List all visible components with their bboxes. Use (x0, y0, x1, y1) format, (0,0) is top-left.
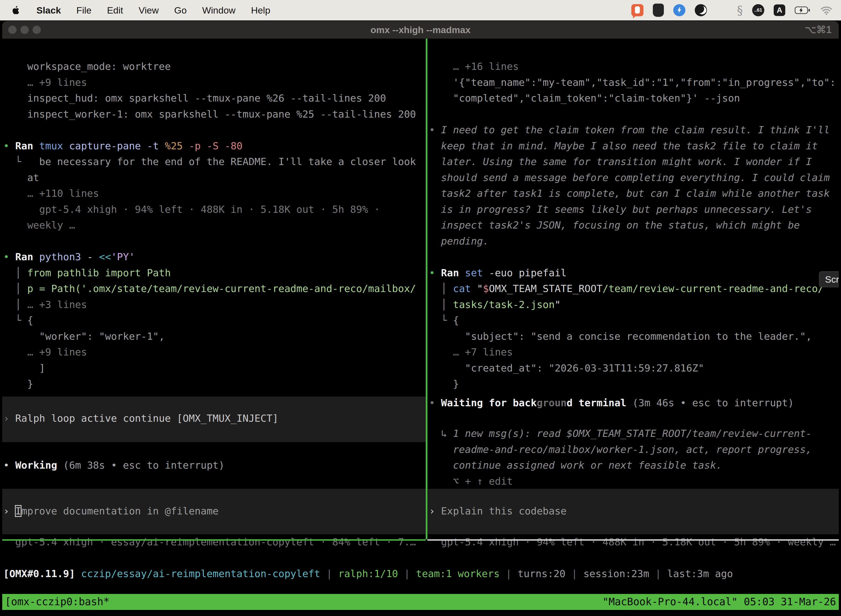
tmux-host-clock: "MacBook-Pro-44.local" 05:03 31-Mar-26 (603, 594, 836, 610)
dots-grid-icon[interactable] (716, 5, 728, 16)
menu-go[interactable]: Go (174, 5, 186, 16)
crescent-icon[interactable] (695, 4, 707, 16)
battery-charging-icon[interactable] (795, 6, 811, 14)
circle-61-icon[interactable]: ..61 (752, 4, 764, 16)
window-title: omx --xhigh --madmax (2, 21, 839, 39)
right-message-block: ↳ 1 new msg(s): read $OMX_TEAM_STATE_ROO… (429, 425, 812, 489)
terminal-window: omx --xhigh --madmax ⌥⌘1 workspace_mode:… (2, 21, 839, 615)
window-shortcut-badge: ⌥⌘1 (804, 21, 832, 39)
right-waiting-status: • Waiting for background terminal (3m 46… (429, 395, 794, 411)
letter-a-icon[interactable]: A (774, 4, 785, 16)
left-pane-output[interactable]: workspace_mode: worktree … +9 lines insp… (3, 59, 416, 392)
chat-icon[interactable] (631, 4, 643, 16)
left-model-status: gpt-5.4 xhigh · essay/ai-reimplementatio… (3, 534, 416, 550)
right-prompt-input[interactable]: › Explain this codebase (429, 503, 567, 519)
right-model-status: gpt-5.4 xhigh · 94% left · 488K in · 5.1… (429, 534, 836, 550)
menu-edit[interactable]: Edit (107, 5, 123, 16)
wifi-icon[interactable] (820, 5, 833, 15)
left-inject-text: › Ralph loop active continue [OMX_TMUX_I… (3, 411, 278, 427)
right-pane-output[interactable]: … +16 lines '{"team_name":"my-team","tas… (429, 59, 836, 392)
shield-grid-icon[interactable] (653, 4, 664, 17)
pane-divider[interactable] (426, 39, 428, 539)
tmux-session-label: [omx-cczip0:bash* (5, 594, 110, 610)
blue-bolt-badge-icon[interactable] (673, 4, 686, 16)
left-prompt-input[interactable]: › Improve documentation in @filename (3, 503, 218, 519)
menubar: Slack File Edit View Go Window Help § ..… (0, 0, 841, 21)
screen-tooltip-button[interactable]: Scre (819, 271, 839, 287)
squiggle-icon[interactable]: § (737, 4, 743, 17)
app-menu-slack[interactable]: Slack (37, 5, 61, 16)
right-pane-border (428, 539, 839, 541)
tmux-status-bar: [omx-cczip0:bash* "MacBook-Pro-44.local"… (2, 594, 839, 610)
omx-status-line: [OMX#0.11.9] cczip/essay/ai-reimplementa… (3, 566, 733, 582)
apple-menu-icon[interactable] (12, 5, 21, 16)
menu-file[interactable]: File (76, 5, 92, 16)
menu-view[interactable]: View (139, 5, 159, 16)
titlebar: omx --xhigh --madmax ⌥⌘1 (2, 21, 839, 39)
terminal-body: workspace_mode: worktree … +9 lines insp… (2, 39, 839, 615)
left-working-status: • Working (6m 38s • esc to interrupt) (3, 457, 224, 473)
menu-window[interactable]: Window (202, 5, 236, 16)
left-pane-border (2, 539, 426, 541)
menu-help[interactable]: Help (251, 5, 270, 16)
